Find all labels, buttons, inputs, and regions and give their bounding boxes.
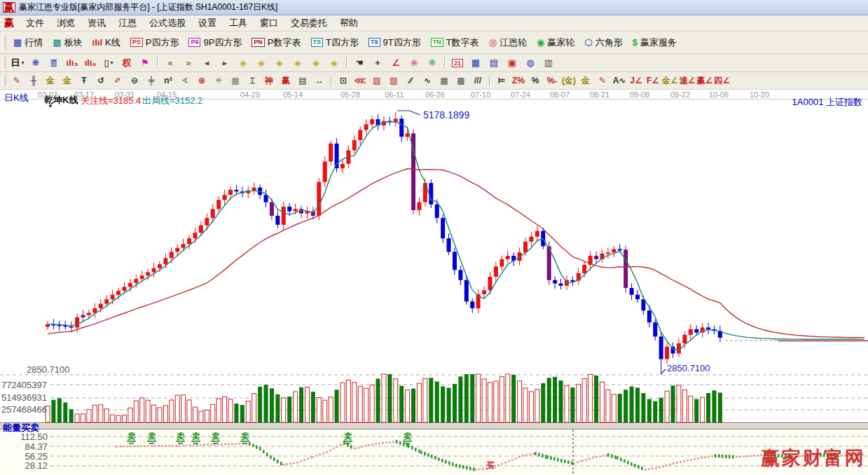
grid-dot-tool-icon[interactable]: ▩ xyxy=(453,74,469,87)
speed-angle-tool-icon[interactable]: 速∠ xyxy=(680,74,696,87)
zoom-all-icon[interactable]: ◈ xyxy=(326,56,343,70)
toolbar-button-hexagon[interactable]: ⬡六角形 xyxy=(579,35,627,50)
print-icon[interactable]: ▥ xyxy=(540,56,557,70)
slash-lines-tool-icon[interactable]: /// xyxy=(470,74,485,87)
toolbar-button-p-square[interactable]: PSP四方形 xyxy=(125,35,184,50)
wave-tool-icon[interactable]: ∿ xyxy=(420,74,435,87)
calendar-icon[interactable]: 21 xyxy=(449,56,466,70)
toolbar-button-nine-t-square[interactable]: T99T四方形 xyxy=(364,35,426,50)
menu-item-8[interactable]: 交易委托 xyxy=(284,15,333,31)
menu-item-7[interactable]: 窗口 xyxy=(254,15,284,31)
pen-tool-icon[interactable]: ✎ xyxy=(9,74,25,87)
gann-compass-tool-icon[interactable]: ⊕ xyxy=(194,74,209,87)
ying-angle-tool-icon[interactable]: 赢∠ xyxy=(697,74,713,87)
menu-item-1[interactable]: 浏览 xyxy=(50,15,81,31)
price-volume-indicator-plot[interactable]: 卖卖卖卖卖卖卖卖买 xyxy=(0,90,868,475)
square-tool-icon[interactable]: ⊡ xyxy=(336,74,351,87)
goto-last-icon[interactable]: » xyxy=(180,56,197,70)
spiral-tool-icon[interactable]: ↺ xyxy=(93,74,109,87)
toolbar-button-nine-p-square[interactable]: P99P四方形 xyxy=(184,35,247,50)
chevron-down-icon: ▾ xyxy=(111,60,113,66)
zoom-compress-icon[interactable]: ◈ xyxy=(289,56,306,70)
tick-ruler2-tool-icon[interactable]: ╪ xyxy=(144,74,159,87)
zoom-expand-icon[interactable]: ◈ xyxy=(271,56,288,70)
shen-tool-icon[interactable]: 神 xyxy=(261,74,277,87)
menu-item-3[interactable]: 江恩 xyxy=(112,15,143,31)
toolbar-grip[interactable] xyxy=(2,35,6,50)
spider-web-tool-icon[interactable]: ✳ xyxy=(211,74,226,87)
gold-line-tool-icon[interactable]: 金 xyxy=(578,74,593,87)
toolbar-button-quote-table[interactable]: ▦行情 xyxy=(8,35,48,50)
brush-tool-icon[interactable]: ✎ xyxy=(595,74,610,87)
zoom-left-icon[interactable]: ◈ xyxy=(235,56,252,70)
toolbar-button-t-number-table[interactable]: TNT数字表 xyxy=(426,35,484,50)
calculator-icon[interactable]: ▦ xyxy=(467,56,484,70)
angle-measure-icon[interactable]: ∠ xyxy=(387,56,404,70)
color-flag-icon[interactable]: ⚑ xyxy=(137,56,153,70)
retrace-percent-tool-icon[interactable]: Z% xyxy=(511,74,526,87)
ying-tool-icon[interactable]: 赢 xyxy=(278,74,294,87)
gann-marker-icon[interactable]: ❀ xyxy=(406,56,422,70)
toolbar-button-p-number-table[interactable]: PNP数字表 xyxy=(247,35,305,50)
candle-style-dropdown[interactable]: ▯▾ xyxy=(100,56,117,70)
n-squared-tool-icon[interactable]: n² xyxy=(160,74,176,87)
angle-mirror-tool-icon[interactable]: ∢ xyxy=(177,74,193,87)
bars9-icon[interactable]: ılı₉ xyxy=(82,56,99,70)
prev-bar-icon[interactable]: ◂ xyxy=(198,56,215,70)
smart-brain-icon[interactable]: ❈ xyxy=(424,56,441,70)
toolbar-grip[interactable] xyxy=(2,57,6,69)
menu-item-0[interactable]: 文件 xyxy=(20,15,50,31)
beam-tool-icon[interactable]: ⌶ xyxy=(244,74,260,87)
candle-body xyxy=(624,249,628,288)
box-fan-tool-icon[interactable]: ▨ xyxy=(369,74,385,87)
restoration-icon[interactable]: 权 xyxy=(118,56,135,70)
grid-fine-tool-icon[interactable]: ▦ xyxy=(436,74,452,87)
quote-list-icon[interactable]: ≣ xyxy=(46,56,62,70)
gold-angle-tool-icon[interactable]: 金∠ xyxy=(662,74,678,87)
f-angle-tool-icon[interactable]: F∠ xyxy=(645,74,661,87)
zoom-fit-icon[interactable]: ◈ xyxy=(308,56,324,70)
toolbar-button-winner-service[interactable]: $赢家服务 xyxy=(628,35,682,50)
toolbar-button-winner-wheel[interactable]: ◉赢家轮 xyxy=(532,35,579,50)
pen2-tool-icon[interactable]: ✐ xyxy=(110,74,125,87)
four-angle-tool-icon[interactable]: 四∠ xyxy=(714,74,730,87)
gold-gate1-tool-icon[interactable]: 金 xyxy=(43,74,58,87)
gold-circle-tool-icon[interactable]: (金) xyxy=(561,74,577,87)
toolbar-button-sectors[interactable]: ▩板块 xyxy=(48,35,87,50)
menu-item-2[interactable]: 资讯 xyxy=(81,15,112,31)
percent-tool-icon[interactable]: % xyxy=(528,74,543,87)
goto-first-icon[interactable]: « xyxy=(162,56,179,70)
circle-cross-tool-icon[interactable]: ⊖ xyxy=(127,74,142,87)
gold-gate2-tool-icon[interactable]: 金 xyxy=(60,74,75,87)
toolbar-button-t-square[interactable]: TST四方形 xyxy=(306,35,364,50)
grid-box-tool-icon[interactable]: ▦ xyxy=(228,74,243,87)
tick-ruler-tool-icon[interactable]: ╫ xyxy=(26,74,41,87)
crosshair-icon[interactable]: + xyxy=(369,56,386,70)
arc-wave-tool-icon[interactable]: A∿ xyxy=(612,74,627,87)
trend-lines-tool-icon[interactable]: ∕∕ xyxy=(403,74,418,87)
next-bar-icon[interactable]: ▸ xyxy=(216,56,233,70)
gann-box-tool-icon[interactable]: ⊨ xyxy=(494,74,509,87)
percent-line-tool-icon[interactable]: %˗ xyxy=(544,74,560,87)
net-chart-icon[interactable]: ◍ xyxy=(522,56,539,70)
ruler123-tool-icon[interactable]: ▤ xyxy=(295,74,310,87)
width-arrow-tool-icon[interactable]: ↔ xyxy=(312,74,327,87)
bars3-icon[interactable]: ılı₃ xyxy=(64,56,81,70)
period-dropdown[interactable]: 日▾ xyxy=(9,56,26,70)
toolbar-grip[interactable] xyxy=(2,75,6,87)
notepad-icon[interactable]: ▤ xyxy=(485,56,502,70)
box-cross-tool-icon[interactable]: ▧ xyxy=(386,74,401,87)
j-angle-tool-icon[interactable]: J∠ xyxy=(628,74,644,87)
menu-item-4[interactable]: 公式选股 xyxy=(143,15,192,31)
save-icon[interactable]: ▣ xyxy=(504,56,521,70)
menu-item-6[interactable]: 工具 xyxy=(223,15,254,31)
hand-drag-icon[interactable]: ☚ xyxy=(351,56,368,70)
web-chart-icon[interactable]: ❋ xyxy=(27,56,44,70)
toolbar-button-gann-wheel[interactable]: ◎江恩轮 xyxy=(484,35,532,50)
fan-lines-tool-icon[interactable]: ⋘ xyxy=(352,74,368,87)
zoom-right-icon[interactable]: ◈ xyxy=(253,56,270,70)
menu-item-9[interactable]: 帮助 xyxy=(333,15,364,31)
menu-item-5[interactable]: 设置 xyxy=(192,15,223,31)
f-ruler-tool-icon[interactable]: Ŧ xyxy=(76,74,92,87)
toolbar-button-kline[interactable]: ılılK线 xyxy=(88,35,125,50)
